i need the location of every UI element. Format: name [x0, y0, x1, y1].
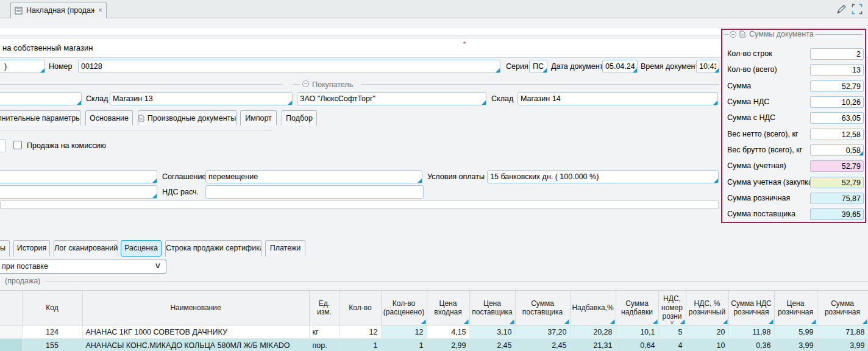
cell-qty[interactable]: 12 — [340, 325, 381, 339]
edit-pencil-icon[interactable] — [834, 2, 848, 16]
cell-unit[interactable]: кг — [309, 325, 340, 339]
totals-value-input[interactable] — [810, 208, 864, 220]
totals-value-field[interactable] — [810, 129, 864, 140]
cell-qty-priced[interactable]: 1 — [381, 339, 427, 351]
tab-payments[interactable]: Платежи — [265, 240, 305, 257]
col-header-unit[interactable]: Ед. изм. — [309, 291, 340, 325]
cell-markup-sum[interactable]: 0,64 — [616, 339, 658, 351]
cell-vat-pct-retail[interactable]: 10 — [686, 339, 728, 351]
vat-calc-field[interactable] — [205, 185, 424, 199]
tab-certificate-sale-line[interactable]: Строка продажи сертификата — [165, 240, 261, 257]
totals-value-input[interactable] — [810, 144, 864, 156]
col-header-selector[interactable] — [0, 291, 22, 325]
col-header-name[interactable]: Наименование — [82, 291, 309, 325]
seller-org-input[interactable] — [0, 92, 82, 105]
payment-terms-field[interactable] — [487, 170, 719, 183]
number-field[interactable] — [78, 60, 500, 73]
contract-field[interactable] — [0, 170, 157, 183]
buyer-warehouse-input[interactable] — [518, 92, 718, 105]
cell-vat-sum-retail[interactable]: 11,98 — [728, 325, 774, 339]
operation-kind-input[interactable] — [0, 60, 45, 73]
cell-price-in[interactable]: 4,15 — [427, 325, 469, 339]
vat-calc-input[interactable] — [205, 185, 424, 199]
totals-collapse-icon[interactable] — [730, 31, 736, 38]
totals-value-field[interactable] — [810, 96, 864, 108]
cell-price-in[interactable]: 2,99 — [427, 339, 469, 351]
tab-basis[interactable]: Основание — [85, 110, 133, 126]
doc-date-input[interactable] — [602, 60, 638, 73]
doc-time-input[interactable] — [696, 60, 719, 73]
tab-additional-params[interactable]: олнительные параметры — [0, 110, 80, 126]
cell-retail-sum[interactable]: 3,99 — [817, 339, 868, 351]
cell-supplier-sum[interactable]: 2,45 — [515, 339, 570, 351]
commission-checkbox[interactable] — [13, 141, 22, 149]
col-header-qty[interactable]: Кол-во — [340, 291, 381, 325]
series-input[interactable] — [529, 60, 547, 73]
totals-value-field[interactable] — [810, 177, 864, 188]
buyer-collapse-icon[interactable] — [302, 80, 309, 87]
totals-value-input[interactable] — [810, 160, 864, 172]
totals-value-field[interactable] — [810, 48, 864, 60]
cell-vat-pct-retail[interactable]: 20 — [686, 325, 728, 339]
col-header-vat-sum-retail[interactable]: Сумма НДС розничная — [728, 291, 774, 325]
cell-supplier-price[interactable]: 3,10 — [469, 325, 515, 339]
col-header-supplier-price[interactable]: Цена поставщика — [469, 291, 515, 325]
cell-markup-pct[interactable]: 21,31 — [570, 339, 616, 351]
cell-name[interactable]: АНАНАС 1КГ 1000 СОВЕТОВ ДАЧНИКУ — [82, 325, 309, 339]
doc-time-field[interactable] — [696, 60, 719, 73]
contract-input[interactable] — [0, 170, 157, 183]
tab-close-icon[interactable]: × — [98, 6, 102, 15]
cell-retail-price[interactable]: 5,99 — [774, 325, 817, 339]
buyer-input[interactable] — [297, 92, 486, 105]
tab-cut[interactable]: ы — [0, 240, 10, 257]
cell-supplier-price[interactable]: 2,45 — [469, 339, 515, 351]
tab-pricing[interactable]: Расценка — [121, 240, 162, 257]
tab-history[interactable]: История — [13, 240, 50, 257]
totals-value-input[interactable] — [810, 64, 864, 76]
totals-value-field[interactable] — [810, 193, 864, 204]
col-header-retail-sum[interactable]: Сумма розничная — [817, 291, 868, 325]
col-header-code[interactable]: Код — [22, 291, 82, 325]
table-row[interactable]: 124 АНАНАС 1КГ 1000 СОВЕТОВ ДАЧНИКУ кг 1… — [0, 325, 868, 339]
cell-markup-sum[interactable]: 10,1 — [616, 325, 658, 339]
col-header-markup-sum[interactable]: Сумма надбавки — [616, 291, 658, 325]
tab-import[interactable]: Импорт — [240, 110, 277, 126]
totals-value-input[interactable] — [810, 129, 864, 140]
comment-field[interactable] — [0, 200, 719, 209]
vat-mode-field[interactable] — [0, 185, 157, 199]
totals-value-field[interactable] — [810, 144, 864, 156]
buyer-warehouse-field[interactable] — [518, 92, 718, 105]
totals-value-input[interactable] — [810, 177, 864, 188]
col-header-price-in[interactable]: Цена входная — [427, 291, 469, 325]
col-header-retail-price[interactable]: Цена розничная — [774, 291, 817, 325]
doc-date-field[interactable] — [602, 60, 638, 73]
col-header-supplier-sum[interactable]: Сумма поставщика — [515, 291, 570, 325]
cell-retail-price[interactable]: 3,99 — [774, 339, 817, 351]
operation-kind-field[interactable] — [0, 60, 45, 73]
cell-retail-sum[interactable]: 71,88 — [817, 325, 868, 339]
totals-value-field[interactable] — [810, 160, 864, 172]
totals-value-input[interactable] — [810, 80, 864, 92]
col-header-vat-pct-retail[interactable]: НДС, % розничный — [686, 291, 728, 325]
number-input[interactable] — [78, 60, 500, 73]
table-row-selected[interactable]: 155 АНАНАСЫ КОНС.МИКАДО КОЛЬЦА 580МЛ Ж/Б… — [0, 339, 868, 351]
buyer-field[interactable] — [297, 92, 486, 105]
cell-code[interactable]: 155 — [22, 339, 82, 351]
cell-vat-number[interactable]: 5 — [658, 325, 686, 339]
cell-code[interactable]: 124 — [22, 325, 82, 339]
cell-qty[interactable]: 1 — [340, 339, 381, 351]
vat-mode-input[interactable] — [0, 185, 157, 199]
row-indicator-cell[interactable] — [0, 339, 22, 351]
cell-markup-pct[interactable]: 20,28 — [570, 325, 616, 339]
totals-value-field[interactable] — [810, 112, 864, 124]
series-field[interactable] — [529, 60, 547, 73]
seller-org-field[interactable] — [0, 92, 82, 105]
tab-selection[interactable]: Подбор — [282, 110, 317, 126]
totals-value-field[interactable] — [810, 208, 864, 220]
fullscreen-expand-icon[interactable] — [850, 2, 864, 16]
totals-value-field[interactable] — [810, 80, 864, 92]
cell-qty-priced[interactable]: 12 — [381, 325, 427, 339]
stub-field[interactable] — [0, 139, 6, 152]
agreement-field[interactable] — [205, 170, 422, 183]
totals-value-input[interactable] — [810, 48, 864, 60]
